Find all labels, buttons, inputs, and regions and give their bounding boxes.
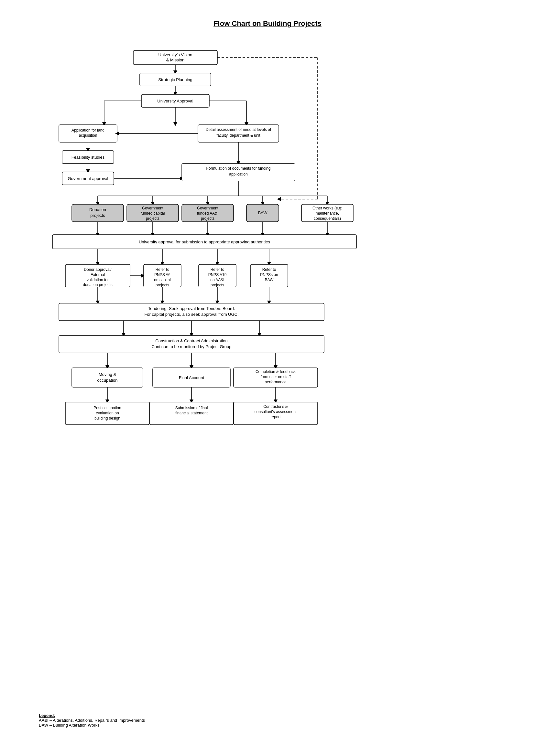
svg-text:BAW: BAW xyxy=(258,210,268,215)
svg-text:Final Account: Final Account xyxy=(179,375,204,380)
svg-text:acquisition: acquisition xyxy=(79,133,98,138)
svg-text:Contractor's &: Contractor's & xyxy=(263,404,288,409)
svg-text:application: application xyxy=(229,172,247,176)
svg-text:occupation: occupation xyxy=(98,378,118,383)
svg-text:Formulation of documents for f: Formulation of documents for funding xyxy=(206,166,271,171)
svg-text:validation for: validation for xyxy=(87,278,109,282)
svg-text:Feasibility studies: Feasibility studies xyxy=(71,155,105,160)
svg-text:PNPS A19: PNPS A19 xyxy=(208,273,227,277)
flowchart-svg: University's Vision & Mission Strategic … xyxy=(27,41,508,703)
svg-text:Refer to: Refer to xyxy=(155,267,169,272)
svg-text:Application for land: Application for land xyxy=(71,128,104,132)
svg-text:External: External xyxy=(91,273,105,277)
svg-text:report: report xyxy=(270,415,281,419)
legend-title: Legend: xyxy=(39,713,145,718)
svg-text:Submission of final: Submission of final xyxy=(175,406,208,410)
svg-text:University Approval: University Approval xyxy=(157,98,193,103)
svg-text:Detail assessment of need at l: Detail assessment of need at levels of xyxy=(206,127,271,132)
svg-text:donation projects: donation projects xyxy=(83,283,112,287)
svg-text:Continue to be monitored by Pr: Continue to be monitored by Project Grou… xyxy=(152,344,231,349)
svg-text:maintenance,: maintenance, xyxy=(316,211,339,216)
svg-text:from user on staff: from user on staff xyxy=(260,375,291,379)
legend-item-1: AA&I – Alterations, Additions, Repairs a… xyxy=(39,718,145,723)
svg-text:funded capital: funded capital xyxy=(141,211,165,216)
svg-text:evaluation on: evaluation on xyxy=(96,411,119,415)
legend: Legend: AA&I – Alterations, Additions, R… xyxy=(39,713,145,728)
svg-text:projects: projects xyxy=(201,216,214,221)
svg-text:financial statement: financial statement xyxy=(175,411,208,415)
svg-text:projects: projects xyxy=(90,213,105,218)
svg-text:Strategic Planning: Strategic Planning xyxy=(158,77,192,82)
legend-item-2: BAW – Building Alteration Works xyxy=(39,723,145,728)
svg-text:Post occupation: Post occupation xyxy=(94,406,121,410)
svg-text:consequentials): consequentials) xyxy=(314,216,341,221)
svg-text:consultant's assessment: consultant's assessment xyxy=(255,410,297,414)
svg-text:For capital projects, also see: For capital projects, also seek approval… xyxy=(144,312,239,317)
svg-text:funded AA&I: funded AA&I xyxy=(197,211,219,216)
svg-text:on capital: on capital xyxy=(154,278,170,282)
svg-text:projects: projects xyxy=(211,283,224,287)
svg-text:Donation: Donation xyxy=(89,207,106,212)
svg-text:performance: performance xyxy=(265,380,287,384)
svg-text:building design: building design xyxy=(95,416,120,420)
svg-text:PNPS A6: PNPS A6 xyxy=(154,273,170,277)
svg-text:Completion & feedback: Completion & feedback xyxy=(256,369,296,374)
svg-text:Government approval: Government approval xyxy=(68,176,108,181)
svg-text:University's Vision: University's Vision xyxy=(158,52,192,57)
svg-text:& Mission: & Mission xyxy=(166,58,184,62)
svg-text:Other works (e.g:: Other works (e.g: xyxy=(312,206,342,210)
svg-text:Refer to: Refer to xyxy=(211,267,224,272)
svg-text:faculty, department & unit: faculty, department & unit xyxy=(216,133,260,138)
page-title: Flow Chart on Building Projects xyxy=(26,19,509,28)
svg-text:Moving &: Moving & xyxy=(99,372,116,377)
svg-text:Government: Government xyxy=(197,206,219,210)
svg-text:Construction & Contract Admini: Construction & Contract Administration xyxy=(155,338,227,343)
svg-text:Government: Government xyxy=(142,206,164,210)
svg-text:Refer to: Refer to xyxy=(262,267,276,272)
svg-text:BAW: BAW xyxy=(265,278,274,282)
svg-text:on AA&I: on AA&I xyxy=(210,278,224,282)
svg-text:Donor approval/: Donor approval/ xyxy=(84,267,112,272)
flowchart: University's Vision & Mission Strategic … xyxy=(26,41,509,728)
svg-text:projects: projects xyxy=(155,283,169,287)
svg-text:Tendering: Seek approval from : Tendering: Seek approval from Tenders Bo… xyxy=(148,306,235,311)
svg-text:PNPSs on: PNPSs on xyxy=(260,273,278,277)
svg-rect-106 xyxy=(72,368,143,387)
svg-text:projects: projects xyxy=(146,216,159,221)
svg-text:University approval for submis: University approval for submission to ap… xyxy=(139,239,270,244)
